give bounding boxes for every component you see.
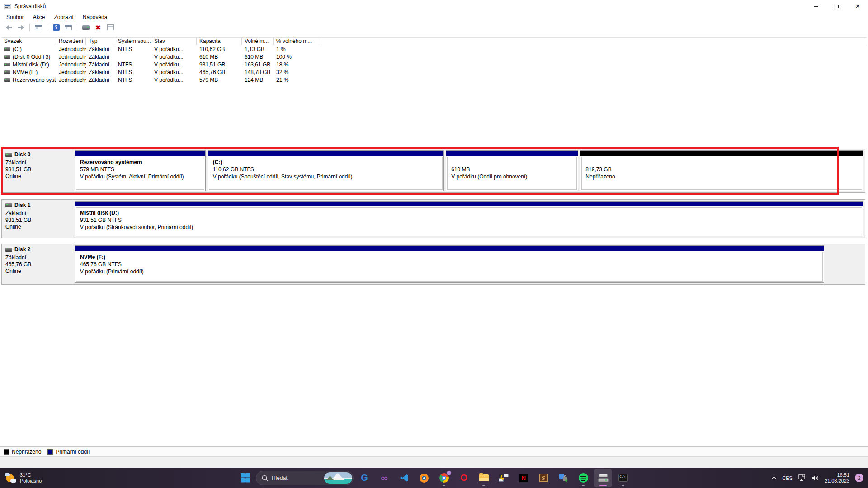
table-row[interactable]: (C:) Jednoduchý Základní NTFS V pořádku.… [1, 45, 867, 53]
partition-c[interactable]: (C:) 110,62 GB NTFS V pořádku (Spouštěcí… [208, 150, 444, 191]
visual-studio-icon[interactable]: ∞ [375, 469, 393, 487]
volume-table-header: Svazek Rozvržení Typ Systém sou... Stav … [1, 37, 867, 45]
column-header-kapacita[interactable]: Kapacita [197, 38, 242, 45]
vscode-icon[interactable] [395, 469, 413, 487]
partition-color-bar [446, 151, 578, 156]
partition-system-reserved[interactable]: Rezervováno systémem 579 MB NTFS V pořád… [75, 150, 206, 191]
column-header-volne[interactable]: Volné m... [242, 38, 274, 45]
disk-management-window: Správa disků ✕ Soubor Akce Zobrazit Nápo… [0, 0, 868, 468]
refresh-disks-button[interactable] [81, 23, 91, 32]
search-placeholder: Hledat [272, 475, 288, 481]
column-header-rozvrzeni[interactable]: Rozvržení [56, 38, 86, 45]
partition-size: 610 MB [451, 166, 573, 173]
cell-kapacita: 610 MB [197, 53, 242, 61]
time-text: 16:51 [825, 472, 849, 478]
disk-icon [82, 25, 90, 30]
cell-procento: 1 % [274, 45, 321, 53]
netflix-icon[interactable]: N [514, 469, 533, 487]
cell-rozvrzeni: Jednoduchý [56, 68, 86, 76]
volume-button[interactable] [811, 475, 819, 481]
minimize-button[interactable] [806, 0, 826, 13]
spotify-icon[interactable] [574, 469, 592, 487]
taskbar-center: Hledat G ∞ O ϟ N S ▼ [0, 468, 868, 488]
column-header-system[interactable]: Systém sou... [115, 38, 151, 45]
blender-icon[interactable] [415, 469, 433, 487]
cell-stav: V pořádku... [151, 53, 197, 61]
properties-button[interactable] [105, 23, 115, 32]
partition-f[interactable]: NVMe (F:) 465,76 GB NTFS V pořádku (Prim… [75, 245, 824, 283]
table-row[interactable]: (Disk 0 Oddíl 3) Jednoduchý Základní V p… [1, 53, 867, 61]
network-button[interactable] [798, 474, 806, 481]
table-row[interactable]: NVMe (F:) Jednoduchý Základní NTFS V poř… [1, 68, 867, 76]
cell-procento: 32 % [274, 68, 321, 76]
start-button[interactable] [236, 469, 254, 487]
forward-button[interactable] [16, 23, 26, 32]
disk-1-label[interactable]: Disk 1 Základní 931,51 GB Online [2, 200, 73, 238]
column-header-stav[interactable]: Stav [151, 38, 197, 45]
notification-badge[interactable]: 2 [855, 474, 863, 482]
menu-akce[interactable]: Akce [29, 13, 49, 21]
opera-icon[interactable]: O [455, 469, 473, 487]
partition-color-bar [75, 246, 824, 251]
partition-d[interactable]: Místní disk (D:) 931,51 GB NTFS V pořádk… [75, 201, 863, 236]
bing-image-thumbnail[interactable] [324, 472, 352, 484]
remote-desktop-icon[interactable]: ϟ [495, 469, 513, 487]
cell-svazek: Rezervováno systé... [13, 77, 56, 83]
back-button[interactable] [4, 23, 14, 32]
table-row[interactable]: Místní disk (D:) Jednoduchý Základní NTF… [1, 61, 867, 68]
disk-2-label[interactable]: Disk 2 Základní 465,76 GB Online [2, 244, 73, 284]
disk-drive-icon [5, 153, 12, 157]
spotify-logo-icon [579, 473, 588, 483]
partition-size: 819,73 GB [585, 166, 858, 173]
partition-status: V pořádku (Stránkovací soubor, Primární … [80, 224, 858, 231]
partition-recovery[interactable]: 610 MB V pořádku (Oddíl pro obnovení) [446, 150, 578, 191]
column-header-procento[interactable]: % volného m... [274, 38, 321, 45]
column-header-svazek[interactable]: Svazek [1, 38, 56, 45]
partition-color-bar [208, 151, 444, 156]
unallocated-swatch [4, 449, 9, 455]
file-explorer-icon[interactable] [475, 469, 493, 487]
legend-unallocated: Nepřiřazeno [4, 449, 41, 455]
close-button[interactable]: ✕ [847, 0, 868, 13]
chrome-icon[interactable] [435, 469, 453, 487]
menu-zobrazit[interactable]: Zobrazit [50, 13, 77, 21]
clock[interactable]: 16:51 21.08.2023 [825, 472, 849, 484]
s-app-icon[interactable]: S [534, 469, 552, 487]
chevron-up-icon [771, 476, 777, 480]
cell-rozvrzeni: Jednoduchý [56, 45, 86, 53]
restore-button[interactable] [826, 0, 847, 13]
partition-color-bar [75, 151, 205, 156]
cell-kapacita: 110,62 GB [197, 45, 242, 53]
lock-icon: ▼ [559, 474, 568, 483]
menu-napoveda[interactable]: Nápověda [79, 13, 111, 21]
cell-stav: V pořádku... [151, 45, 197, 53]
legend-primary: Primární oddíl [47, 449, 90, 455]
console-tree-button[interactable] [33, 23, 43, 32]
disk-size: 931,51 GB [5, 217, 69, 224]
table-row[interactable]: Rezervováno systé... Jednoduchý Základní… [1, 76, 867, 84]
disk-0-label[interactable]: Disk 0 Základní 931,51 GB Online [2, 149, 73, 192]
partition-title: Rezervováno systémem [80, 159, 200, 166]
action-pane-button[interactable] [63, 23, 73, 32]
partition-title [451, 159, 573, 166]
column-header-typ[interactable]: Typ [86, 38, 115, 45]
search-input[interactable]: Hledat [256, 471, 354, 485]
cell-volne: 124 MB [242, 76, 274, 84]
taskbar: 31°C Polojasno Hledat G ∞ [0, 468, 868, 488]
help-button[interactable]: ? [51, 23, 61, 32]
s-logo-icon: S [539, 474, 548, 482]
disk-name: Disk 0 [14, 151, 30, 158]
partition-unallocated[interactable]: 819,73 GB Nepřiřazeno [580, 150, 863, 191]
volume-icon [4, 70, 10, 74]
security-lock-icon[interactable]: ▼ [554, 469, 572, 487]
language-indicator[interactable]: CES [782, 475, 793, 481]
menu-soubor[interactable]: Soubor [3, 13, 28, 21]
command-prompt-icon: C:\_ [618, 474, 628, 482]
terminal-icon[interactable]: C:\_ [614, 469, 632, 487]
date-text: 21.08.2023 [825, 478, 849, 484]
g-browser-icon[interactable]: G [355, 469, 373, 487]
blender-logo-icon [420, 474, 429, 483]
tray-chevron-button[interactable] [771, 476, 777, 480]
delete-volume-button[interactable]: ✖ [93, 23, 103, 32]
disk-management-icon[interactable] [594, 469, 612, 487]
